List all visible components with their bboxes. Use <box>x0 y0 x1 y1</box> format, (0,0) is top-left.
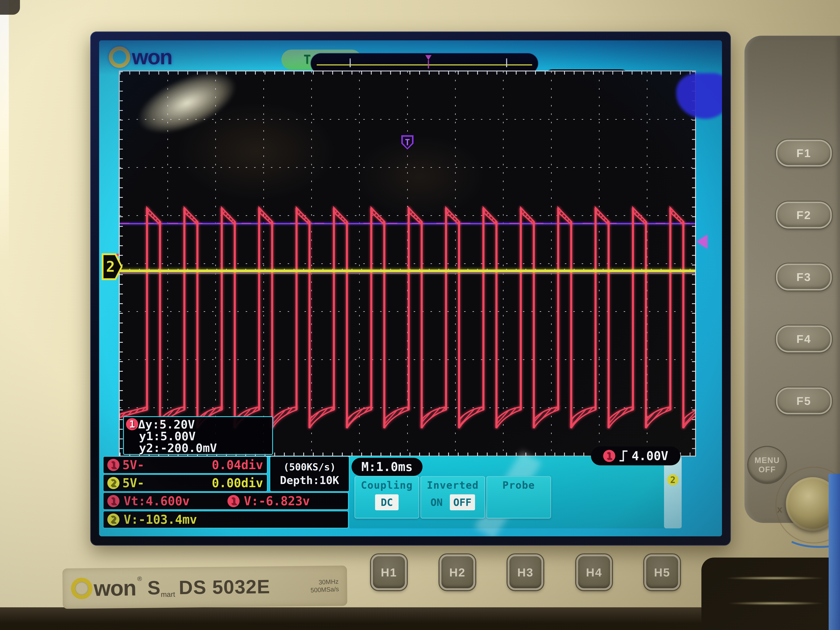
ch1-badge: 1 <box>107 495 120 507</box>
h-button-h3[interactable]: H3 <box>508 554 543 590</box>
coupling-value[interactable]: DC <box>375 494 399 510</box>
ch1-trace-edges <box>147 208 683 428</box>
panel-x-label: x <box>777 504 782 515</box>
active-channel-badge: 2 <box>667 474 679 486</box>
timebase-readout: M:1.0ms <box>352 458 423 476</box>
memory-window-line <box>317 64 532 66</box>
cursor-y1-value: y1:5.00V <box>126 430 270 442</box>
measure-row-2: 2 V:-103.4mv <box>103 511 349 528</box>
rising-edge-icon <box>619 449 628 463</box>
ch1-badge: 1 <box>126 418 138 430</box>
cursor-measure-box: 1 Δy:5.20V y1:5.00V y2:-200.0mV <box>123 416 273 455</box>
inverted-off-option[interactable]: OFF <box>450 494 475 510</box>
menu-item-probe[interactable]: Probe <box>486 476 551 518</box>
trigger-level-readout: 1 4.00V <box>591 447 681 465</box>
f-button-f2[interactable]: F2 <box>776 202 832 229</box>
f-button-f1[interactable]: F1 <box>776 140 832 167</box>
inverted-on-option[interactable]: ON <box>431 496 443 508</box>
menu-off-button[interactable]: MENUOFF <box>748 447 786 483</box>
sample-rate: (500KS/s) <box>283 461 336 473</box>
graticule: T 1 Δy:5.20V y1:5.00V y2:-200.0mV <box>120 71 695 456</box>
trigger-source-badge: 1 <box>603 450 615 462</box>
trigger-voltage-measure: Vt:4.600v <box>124 494 189 508</box>
ch2-status-row: 2 5V- 0.00div <box>103 474 268 492</box>
f-button-f4[interactable]: F4 <box>776 325 832 352</box>
chassis-blue-edge <box>829 474 840 630</box>
smart-s: S <box>147 577 160 599</box>
ch2-position: 0.00div <box>212 476 263 490</box>
ch1-scale: 5V- <box>122 458 144 472</box>
ch2-badge: 2 <box>107 477 120 489</box>
photo-corner-shadow <box>0 0 20 15</box>
ch2-scale: 5V- <box>122 476 144 490</box>
window-tick <box>350 58 351 67</box>
ch1-status-row: 1 5V- 0.04div <box>103 456 268 474</box>
brand-word: won <box>93 575 136 601</box>
chassis-corner <box>701 557 840 630</box>
ch1-badge: 1 <box>107 459 120 471</box>
ch1-position: 0.04div <box>212 458 263 472</box>
waveform-traces <box>120 71 695 456</box>
menu-item-inverted[interactable]: Inverted ON OFF <box>420 476 485 518</box>
f-button-f3[interactable]: F3 <box>776 264 832 291</box>
h-button-h2[interactable]: H2 <box>439 554 475 590</box>
cursor-y2-value: y2:-200.0mV <box>126 442 270 453</box>
acquisition-box: (500KS/s) Depth:10K <box>270 456 349 492</box>
max-sample-rate: 500MSa/s <box>310 586 339 594</box>
window-tick <box>506 58 507 67</box>
trigger-level-arrow[interactable] <box>697 235 707 249</box>
menu-item-coupling[interactable]: Coupling DC <box>354 476 419 518</box>
photo-edge-glare <box>0 0 9 262</box>
h-button-h5[interactable]: H5 <box>644 554 680 590</box>
registered-mark: ® <box>137 575 142 582</box>
owon-logo-o-icon <box>71 578 93 599</box>
f-button-f5[interactable]: F5 <box>776 387 832 414</box>
front-brand-label: won ® S mart DS 5032E 30MHz 500MSa/s <box>62 565 347 609</box>
model-specs: 30MHz 500MSa/s <box>310 578 339 594</box>
ch2-badge: 2 <box>107 513 120 526</box>
window-position-marker[interactable] <box>425 55 431 60</box>
screen: won Trig T 0.000ns T <box>99 40 722 536</box>
h-button-h1[interactable]: H1 <box>371 554 407 590</box>
trigger-level-value: 4.00V <box>632 449 668 463</box>
horizontal-position-bar[interactable] <box>311 53 538 74</box>
measure-row-1: 1 Vt:4.600v 1 V:-6.823v <box>103 492 349 510</box>
model-number: DS 5032E <box>179 575 270 598</box>
function-key-panel: MENUOFF F1F2F3F4F5 <box>744 36 840 523</box>
oscilloscope-front-photo: won Trig T 0.000ns T <box>0 0 840 630</box>
cable <box>710 534 840 559</box>
channel2-position-marker[interactable]: 2 <box>102 253 123 280</box>
owon-screen-logo: won <box>109 45 172 69</box>
owon-logo-o-icon <box>109 46 130 68</box>
ch1-badge: 1 <box>227 495 240 507</box>
memory-depth: Depth:10K <box>280 474 339 486</box>
menu-side-strip: 2 <box>664 456 682 528</box>
ch1-voltage-measure: V:-6.823v <box>244 494 310 508</box>
smart-rest: mart <box>161 590 175 598</box>
ch2-voltage-measure: V:-103.4mv <box>124 512 197 527</box>
bandwidth: 30MHz <box>318 578 338 586</box>
h-button-h4[interactable]: H4 <box>576 554 612 590</box>
owon-logo-word: won <box>132 45 172 69</box>
